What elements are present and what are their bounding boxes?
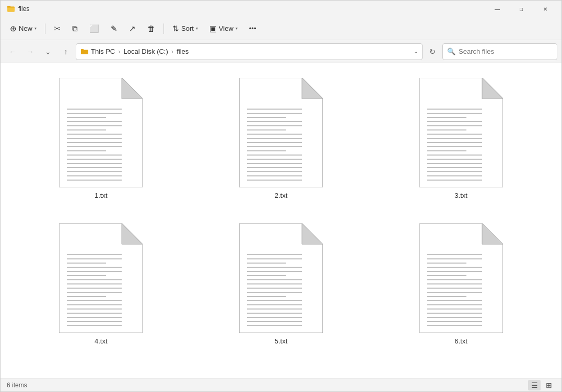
content-area: 1.txt 2.txt 3.txt 4.txt: [1, 63, 561, 378]
minimize-button[interactable]: —: [485, 1, 509, 17]
file-icon: [419, 223, 503, 333]
delete-icon: 🗑: [147, 24, 155, 33]
svg-marker-1: [122, 78, 143, 99]
list-view-icon: ☰: [531, 381, 538, 389]
close-button[interactable]: ✕: [533, 1, 557, 17]
file-icon: [59, 223, 143, 333]
items-count: 6 items: [7, 382, 27, 389]
file-item[interactable]: 1.txt: [55, 74, 147, 204]
file-item[interactable]: 6.txt: [415, 219, 507, 349]
share-icon: ↗: [129, 24, 136, 33]
view-label: View: [219, 25, 233, 32]
file-label: 5.txt: [275, 337, 288, 345]
titlebar: files — □ ✕: [1, 1, 561, 17]
address-chevron-icon: ⌄: [414, 49, 418, 54]
breadcrumb-files: files: [177, 47, 189, 55]
search-box[interactable]: 🔍: [442, 43, 557, 60]
plus-icon: ⊕: [10, 24, 17, 33]
maximize-button[interactable]: □: [509, 1, 533, 17]
file-label: 1.txt: [95, 192, 108, 199]
more-icon: •••: [249, 25, 256, 32]
copy-icon: ⧉: [72, 24, 78, 33]
file-item[interactable]: 3.txt: [415, 74, 507, 204]
back-button[interactable]: ←: [5, 44, 20, 60]
paste-icon: ⬜: [89, 24, 99, 33]
breadcrumb-sep-2: ›: [171, 47, 173, 55]
refresh-button[interactable]: ↻: [425, 44, 440, 60]
cut-icon: ✂: [54, 24, 61, 33]
file-label: 3.txt: [454, 192, 467, 199]
up-button[interactable]: ↑: [58, 44, 74, 60]
file-item[interactable]: 4.txt: [55, 219, 147, 349]
folder-icon: [7, 5, 15, 13]
statusbar-views: ☰ ⊞: [528, 380, 555, 390]
breadcrumb-folder-icon: [80, 47, 89, 56]
search-input[interactable]: [459, 47, 553, 55]
svg-marker-81: [302, 223, 323, 244]
svg-marker-61: [122, 223, 143, 244]
toolbar-separator-2: [163, 23, 164, 34]
titlebar-left: files: [7, 5, 29, 13]
new-label: New: [19, 25, 32, 32]
sort-button[interactable]: ⇅ Sort ▾: [167, 20, 203, 37]
sort-chevron-icon: ▾: [196, 26, 198, 31]
file-label: 2.txt: [275, 192, 288, 199]
share-button[interactable]: ↗: [124, 20, 141, 37]
new-button[interactable]: ⊕ New ▾: [5, 20, 42, 37]
sort-icon: ⇅: [172, 24, 179, 33]
copy-button[interactable]: ⧉: [67, 20, 83, 37]
titlebar-controls: — □ ✕: [485, 1, 557, 17]
paste-button[interactable]: ⬜: [84, 20, 104, 37]
breadcrumb-localdisk: Local Disk (C:): [124, 47, 168, 55]
search-icon: 🔍: [447, 47, 455, 55]
svg-marker-21: [302, 78, 323, 99]
addressbar: ← → ⌄ ↑ This PC › Local Disk (C:) › file…: [1, 40, 561, 63]
file-label: 4.txt: [95, 337, 108, 345]
view-button[interactable]: ▣ View ▾: [204, 20, 243, 37]
breadcrumb-sep-1: ›: [118, 47, 120, 55]
grid-view-icon: ⊞: [546, 381, 552, 389]
grid-view-button[interactable]: ⊞: [543, 380, 555, 390]
more-button[interactable]: •••: [244, 20, 262, 37]
files-grid: 1.txt 2.txt 3.txt 4.txt: [16, 74, 546, 349]
delete-button[interactable]: 🗑: [142, 20, 160, 37]
address-box[interactable]: This PC › Local Disk (C:) › files ⌄: [76, 43, 423, 60]
file-icon: [419, 78, 503, 187]
view-icon: ▣: [209, 24, 217, 33]
toolbar-separator-1: [45, 23, 45, 34]
new-chevron-icon: ▾: [34, 26, 37, 31]
svg-marker-101: [482, 223, 503, 244]
sort-label: Sort: [181, 25, 194, 32]
list-view-button[interactable]: ☰: [528, 380, 541, 390]
file-icon: [239, 78, 323, 187]
breadcrumb-thispc: This PC: [91, 47, 115, 55]
svg-marker-41: [482, 78, 503, 99]
forward-button[interactable]: →: [22, 44, 38, 60]
toolbar: ⊕ New ▾ ✂ ⧉ ⬜ ✎ ↗ 🗑 ⇅ Sort ▾ ▣ View ▾ ••…: [1, 17, 561, 40]
dropdown-button[interactable]: ⌄: [40, 44, 56, 60]
statusbar: 6 items ☰ ⊞: [1, 378, 561, 391]
file-label: 6.txt: [454, 337, 467, 345]
rename-icon: ✎: [111, 24, 118, 33]
file-item[interactable]: 2.txt: [235, 74, 327, 204]
file-icon: [59, 78, 143, 187]
cut-button[interactable]: ✂: [49, 20, 66, 37]
file-item[interactable]: 5.txt: [235, 219, 327, 349]
rename-button[interactable]: ✎: [106, 20, 123, 37]
window-title: files: [18, 5, 29, 13]
view-chevron-icon: ▾: [236, 26, 238, 31]
file-icon: [239, 223, 323, 333]
